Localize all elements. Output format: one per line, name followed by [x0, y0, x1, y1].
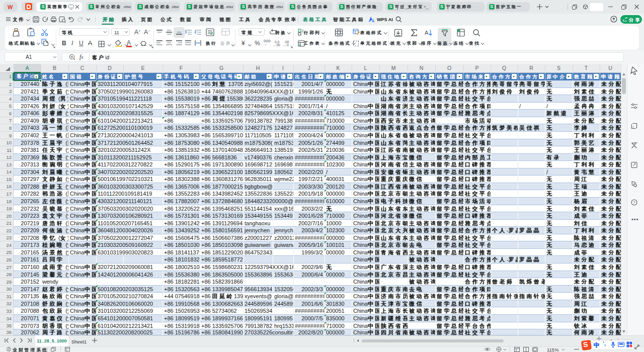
svg-text:2: 2: [302, 29, 304, 33]
svg-text:←00: ←00: [273, 43, 280, 47]
svg-text:?: ?: [633, 200, 635, 205]
svg-text:→.0: →.0: [283, 43, 289, 47]
svg-text:A: A: [425, 30, 429, 36]
